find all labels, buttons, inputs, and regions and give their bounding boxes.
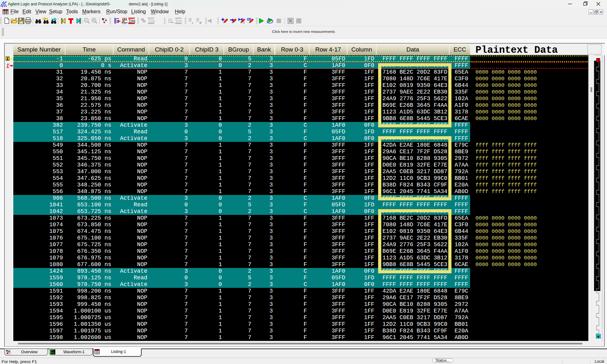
svg-text:T: T xyxy=(6,63,9,68)
svg-text:Trig: Trig xyxy=(128,18,135,23)
svg-text:Trig: Trig xyxy=(148,18,155,23)
svg-text:T: T xyxy=(243,22,245,24)
svg-text:Trig: Trig xyxy=(175,18,182,23)
